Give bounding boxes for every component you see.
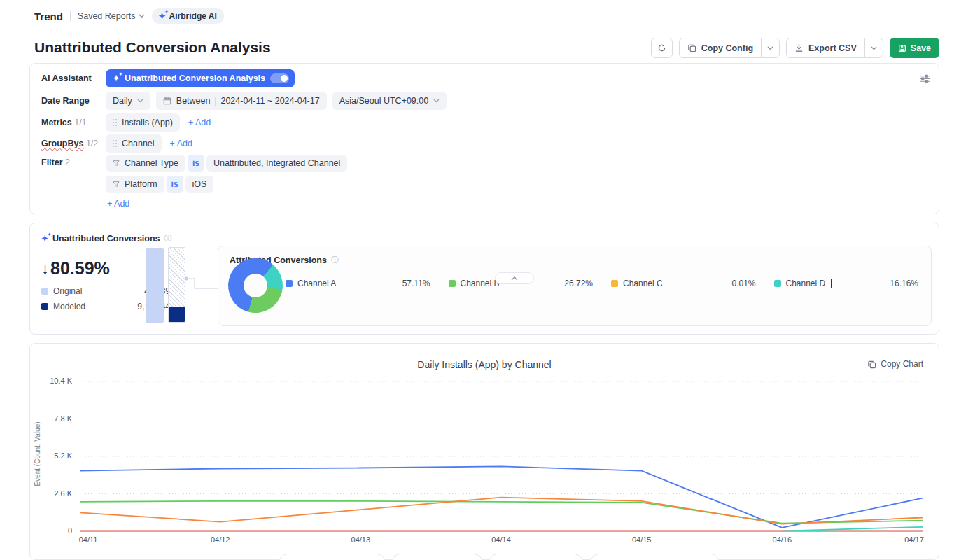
granularity-select[interactable]: Daily	[106, 92, 150, 110]
ai-assistant-row: AI Assistant ✦✦ Unattributed Conversion …	[41, 69, 295, 88]
x-tick-label: 04/17	[893, 536, 935, 544]
airbridge-ai-badge[interactable]: ✦✦ Airbridge AI	[152, 8, 224, 24]
download-icon	[794, 43, 804, 52]
conversion-summary-panel: ✦✦ Unattributed Conversions ⓘ ↓ 80.59% O…	[29, 223, 939, 335]
filter-condition[interactable]: Platform is iOS	[106, 176, 347, 192]
line-chart[interactable]	[80, 378, 928, 540]
modeled-swatch	[41, 303, 48, 310]
filter-field-chip[interactable]: Channel Type	[106, 155, 186, 172]
sparkle-icon: ✦✦	[159, 12, 166, 20]
y-tick-label: 0	[36, 526, 72, 535]
ai-assistant-pill[interactable]: ✦✦ Unattributed Conversion Analysis	[106, 69, 295, 88]
filter-label: Filter	[41, 158, 63, 167]
x-tick-label: 04/11	[67, 536, 109, 544]
add-groupby-link[interactable]: + Add	[170, 139, 192, 148]
ai-assistant-toggle[interactable]	[270, 74, 289, 83]
chart-legend-pill[interactable]	[391, 554, 483, 560]
date-range-picker[interactable]: Between 2024-04-11 ~ 2024-04-17	[156, 92, 327, 110]
legend-item-channel-d[interactable]: Channel D 16.16%	[774, 279, 919, 288]
chart-legend-pill[interactable]	[489, 554, 583, 560]
divider	[215, 97, 216, 106]
chart-legend-pill[interactable]	[590, 554, 720, 560]
filter-field-chip[interactable]: Platform	[106, 176, 164, 192]
channel-b-swatch	[449, 280, 456, 287]
y-tick-label: 2.6 K	[36, 489, 72, 498]
copy-chart-button[interactable]: Copy Chart	[867, 359, 923, 369]
info-icon[interactable]: ⓘ	[331, 255, 339, 265]
x-tick-label: 04/12	[200, 536, 241, 544]
drag-handle-icon[interactable]	[113, 140, 117, 147]
date-range-row: Date Range Daily Between 2024-04-11 ~ 20…	[41, 92, 447, 110]
channel-c-swatch	[611, 280, 618, 287]
filter-operator-chip[interactable]: is	[167, 176, 183, 192]
y-tick-label: 7.8 K	[36, 414, 72, 423]
report-type-title: Trend	[34, 10, 63, 22]
add-metric-link[interactable]: + Add	[188, 118, 211, 127]
filter-operator-chip[interactable]: is	[188, 155, 204, 172]
groupbys-count: 1/2	[86, 139, 98, 148]
filter-value-chip[interactable]: iOS	[186, 176, 214, 192]
chevron-down-icon	[871, 46, 877, 50]
chevron-down-icon	[137, 99, 144, 103]
donut-hole	[244, 274, 267, 298]
refresh-icon	[657, 43, 666, 52]
x-tick-label: 04/15	[621, 536, 663, 544]
channel-a-swatch	[286, 280, 293, 287]
x-tick-label: 04/16	[761, 536, 803, 544]
date-range-label: Date Range	[41, 96, 106, 106]
filter-count: 2	[65, 158, 70, 167]
copy-config-button[interactable]: Copy Config	[679, 38, 762, 58]
y-tick-label: 10.4 K	[36, 377, 72, 385]
original-bar	[146, 248, 164, 323]
chevron-down-icon	[139, 14, 145, 18]
save-icon	[898, 44, 906, 52]
filter-condition[interactable]: Channel Type is Unattributed, Integrated…	[106, 155, 347, 172]
y-tick-label: 5.2 K	[36, 451, 72, 460]
attributed-legend: Channel A 57.11% Channel B 26.72% Channe…	[286, 279, 918, 288]
page-title: Unattributed Conversion Analysis	[34, 39, 271, 56]
breadcrumb: Trend Saved Reports ✦✦ Airbridge AI	[34, 8, 224, 24]
copy-config-group: Copy Config	[679, 38, 780, 58]
export-csv-button[interactable]: Export CSV	[786, 38, 865, 58]
saved-reports-dropdown[interactable]: Saved Reports	[78, 11, 145, 21]
metric-chip[interactable]: Installs (App)	[106, 113, 180, 132]
filter-value-chip[interactable]: Unattributed, Integrated Channel	[206, 155, 347, 172]
report-config-panel: AI Assistant ✦✦ Unattributed Conversion …	[29, 63, 939, 214]
divider	[70, 11, 71, 21]
info-icon[interactable]: ⓘ	[164, 233, 172, 244]
legend-item-channel-c[interactable]: Channel C 0.01%	[611, 279, 756, 288]
chevron-down-icon	[767, 46, 774, 50]
filter-icon	[113, 160, 120, 167]
groupby-chip[interactable]: Channel	[106, 134, 162, 153]
calendar-icon	[163, 97, 172, 105]
hatched-bar	[168, 247, 186, 323]
sparkle-icon: ✦✦	[41, 234, 48, 243]
attributed-conversions-panel: Attributed Conversions ⓘ Channel A 57.11…	[218, 246, 932, 326]
chart-title: Daily Installs (App) by Channel	[30, 359, 939, 370]
groupbys-row: GroupBys 1/2 Channel + Add	[41, 134, 192, 153]
sliders-icon[interactable]	[920, 74, 930, 84]
refresh-button[interactable]	[651, 38, 673, 58]
copy-icon	[687, 43, 696, 52]
unattributed-delta: ↓ 80.59%	[41, 258, 110, 279]
filter-icon	[113, 181, 120, 188]
timezone-select[interactable]: Asia/Seoul UTC+09:00	[332, 92, 447, 110]
add-filter-link[interactable]: + Add	[107, 199, 130, 209]
export-csv-group: Export CSV	[786, 38, 883, 58]
text-cursor	[831, 279, 832, 288]
arrow-down-icon: ↓	[41, 260, 49, 278]
legend-item-channel-a[interactable]: Channel A 57.11%	[286, 279, 430, 288]
chart-legend-pill[interactable]	[279, 554, 386, 560]
copy-config-dropdown-button[interactable]	[761, 38, 780, 58]
groupbys-label: GroupBys	[41, 139, 83, 148]
metrics-row: Metrics 1/1 Installs (App) + Add	[41, 113, 211, 132]
collapse-config-button[interactable]	[495, 272, 534, 284]
save-button[interactable]: Save	[890, 38, 939, 58]
copy-icon	[867, 360, 876, 369]
x-tick-label: 04/13	[340, 536, 382, 544]
metrics-count: 1/1	[74, 118, 86, 127]
channel-d-swatch	[774, 280, 781, 287]
export-csv-dropdown-button[interactable]	[864, 38, 883, 58]
sparkle-icon: ✦✦	[113, 74, 120, 83]
drag-handle-icon[interactable]	[113, 119, 117, 126]
